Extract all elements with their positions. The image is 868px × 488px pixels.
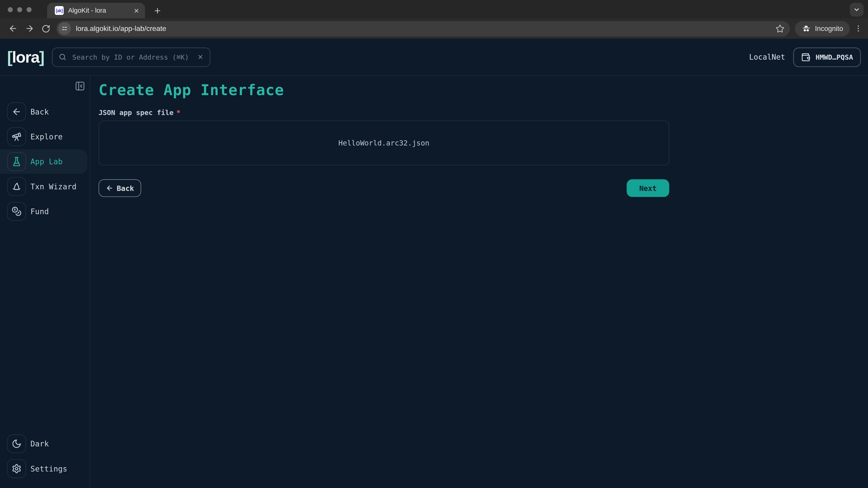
wallet-button[interactable]: HMWD…PQSA — [794, 47, 861, 67]
minimize-window-button[interactable] — [17, 7, 22, 12]
wallet-address: HMWD…PQSA — [815, 53, 853, 61]
uploaded-file-name: HelloWorld.arc32.json — [338, 139, 430, 147]
page-title: Create App Interface — [98, 81, 868, 98]
sidebar-item-settings[interactable]: Settings — [0, 456, 90, 481]
collapse-sidebar-icon[interactable] — [74, 80, 85, 91]
app-header: [lora] LocalNet HMWD…PQSA — [0, 39, 868, 76]
logo-bracket-open: [ — [7, 48, 12, 66]
sidebar: Back Explore App Lab — [0, 76, 90, 488]
field-label: JSON app spec file* — [98, 108, 868, 117]
url-text[interactable]: lora.algokit.io/app-lab/create — [76, 24, 776, 33]
incognito-icon — [802, 24, 811, 33]
tab-favicon-text: [ak] — [56, 8, 63, 13]
clear-search-icon[interactable] — [197, 54, 204, 60]
incognito-label: Incognito — [815, 25, 843, 32]
lora-app: [lora] LocalNet HMWD…PQSA — [0, 39, 868, 488]
tab-strip: [ak] AlgoKit - lora — [0, 0, 868, 18]
wizard-hat-icon — [11, 182, 22, 191]
search-input[interactable] — [71, 52, 192, 62]
search-icon — [58, 53, 66, 61]
site-settings-icon[interactable] — [58, 22, 71, 35]
flask-icon — [11, 157, 22, 166]
telescope-icon — [11, 132, 22, 142]
back-nav-icon[interactable] — [5, 21, 20, 36]
gear-icon — [11, 464, 22, 474]
required-marker: * — [176, 108, 180, 117]
browser-toolbar: lora.algokit.io/app-lab/create Incognito — [0, 18, 868, 39]
new-tab-button[interactable] — [151, 4, 164, 17]
window-controls[interactable] — [8, 7, 31, 12]
coins-icon — [11, 206, 22, 216]
sidebar-item-txn-wizard[interactable]: Txn Wizard — [0, 174, 90, 199]
browser-menu-icon[interactable] — [854, 24, 863, 33]
main-content: Create App Interface JSON app spec file*… — [90, 76, 868, 488]
browser-window: [ak] AlgoKit - lora lora.algokit.io/a — [0, 0, 868, 488]
tab-title: AlgoKit - lora — [68, 6, 132, 14]
tab-search-button[interactable] — [850, 3, 864, 17]
arrow-left-icon — [11, 107, 22, 117]
lora-logo[interactable]: [lora] — [7, 48, 44, 66]
logo-bracket-close: ] — [39, 48, 44, 66]
maximize-window-button[interactable] — [27, 7, 32, 12]
sidebar-item-theme-dark[interactable]: Dark — [0, 431, 90, 456]
moon-icon — [11, 439, 22, 449]
file-dropzone[interactable]: HelloWorld.arc32.json — [98, 121, 669, 165]
address-bar[interactable]: lora.algokit.io/app-lab/create — [57, 21, 790, 36]
incognito-badge: Incognito — [795, 21, 850, 36]
sidebar-item-app-lab[interactable]: App Lab — [0, 149, 88, 174]
arrow-left-icon — [105, 184, 113, 192]
bookmark-star-icon[interactable] — [776, 24, 784, 33]
logo-word: lora — [12, 48, 39, 66]
network-label[interactable]: LocalNet — [749, 53, 785, 61]
next-button[interactable]: Next — [627, 179, 669, 197]
tab-favicon: [ak] — [55, 6, 64, 15]
close-tab-icon[interactable] — [132, 6, 141, 15]
close-window-button[interactable] — [8, 7, 13, 12]
sidebar-item-explore[interactable]: Explore — [0, 125, 90, 149]
sidebar-item-fund[interactable]: Fund — [0, 199, 90, 224]
wallet-icon — [801, 52, 811, 62]
back-button[interactable]: Back — [98, 179, 141, 197]
forward-nav-icon[interactable] — [22, 21, 37, 36]
sidebar-item-back[interactable]: Back — [0, 100, 90, 124]
browser-tab[interactable]: [ak] AlgoKit - lora — [47, 3, 145, 18]
global-search[interactable] — [52, 47, 210, 67]
reload-icon[interactable] — [39, 21, 53, 36]
